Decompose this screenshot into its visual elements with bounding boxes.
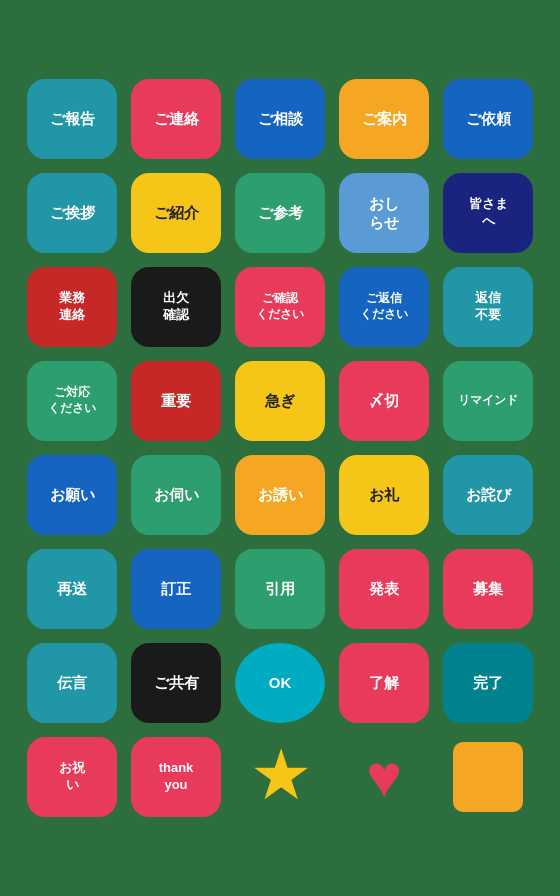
badge-label-thankyou: thank you	[159, 760, 194, 794]
badge-goirai[interactable]: ご依頼	[443, 79, 533, 159]
badge-label-gokakunin: ご確認 ください	[256, 291, 304, 322]
badge-label-gokyoyu: ご共有	[154, 673, 199, 693]
badge-shimekiri[interactable]: 〆切	[339, 361, 429, 441]
badge-hensinfuyo[interactable]: 返信 不要	[443, 267, 533, 347]
badge-label-hensinfuyo: 返信 不要	[475, 290, 501, 324]
badge-label-gorenraku: ご連絡	[154, 109, 199, 129]
badge-gyomuren[interactable]: 業務 連絡	[27, 267, 117, 347]
badge-gosankou[interactable]: ご参考	[235, 173, 325, 253]
badge-label-oukagai: お伺い	[154, 485, 199, 505]
badge-label-gotaio: ご対応 ください	[48, 385, 96, 416]
badge-label-shimekiri: 〆切	[369, 391, 399, 411]
badge-label-injou: 引用	[265, 579, 295, 599]
badge-label-gohensin: ご返信 ください	[360, 291, 408, 322]
badge-label-gohoukoku: ご報告	[50, 109, 95, 129]
badge-gorenraku[interactable]: ご連絡	[131, 79, 221, 159]
badge-label-oiwai: お祝 い	[59, 760, 85, 794]
badge-gotaio[interactable]: ご対応 ください	[27, 361, 117, 441]
badge-label-owabi: お詫び	[466, 485, 511, 505]
badge-oshirase[interactable]: おし らせ	[339, 173, 429, 253]
badge-onegai[interactable]: お願い	[27, 455, 117, 535]
badge-gohensin[interactable]: ご返信 ください	[339, 267, 429, 347]
star-icon: ★	[253, 747, 307, 807]
badge-label-goirai: ご依頼	[466, 109, 511, 129]
badge-gohoukoku[interactable]: ご報告	[27, 79, 117, 159]
badge-goshoukai[interactable]: ご紹介	[131, 173, 221, 253]
badge-label-boshuu: 募集	[473, 579, 503, 599]
badge-happyou[interactable]: 発表	[339, 549, 429, 629]
badge-ryoukai[interactable]: 了解	[339, 643, 429, 723]
badge-oiwai[interactable]: お祝 い	[27, 737, 117, 817]
badge-label-ok: OK	[269, 673, 292, 693]
badge-sasoi[interactable]: お誘い	[235, 455, 325, 535]
heart-icon: ♥	[366, 747, 402, 807]
badge-oukagai[interactable]: お伺い	[131, 455, 221, 535]
badge-label-orei: お礼	[369, 485, 399, 505]
badge-goannai[interactable]: ご案内	[339, 79, 429, 159]
badge-label-dengon: 伝言	[57, 673, 87, 693]
badge-label-gosankou: ご参考	[258, 203, 303, 223]
badge-owabi[interactable]: お詫び	[443, 455, 533, 535]
badge-label-ryoukai: 了解	[369, 673, 399, 693]
badge-heart[interactable]: ♥	[339, 737, 429, 817]
badge-boshuu[interactable]: 募集	[443, 549, 533, 629]
badge-label-kanryo: 完了	[473, 673, 503, 693]
badge-juyo[interactable]: 重要	[131, 361, 221, 441]
badge-label-saisou: 再送	[57, 579, 87, 599]
badge-orei[interactable]: お礼	[339, 455, 429, 535]
badge-dengon[interactable]: 伝言	[27, 643, 117, 723]
badge-saisou[interactable]: 再送	[27, 549, 117, 629]
badge-square[interactable]	[443, 737, 533, 817]
badge-label-gosoudan: ご相談	[258, 109, 303, 129]
badge-label-goaisatsu: ご挨拶	[50, 203, 95, 223]
badge-grid: ご報告ご連絡ご相談ご案内ご依頼ご挨拶ご紹介ご参考おし らせ皆さま へ業務 連絡出…	[7, 55, 553, 841]
badge-ok[interactable]: OK	[235, 643, 325, 723]
badge-label-happyou: 発表	[369, 579, 399, 599]
square-icon	[453, 742, 523, 812]
badge-label-oshirase: おし らせ	[369, 194, 399, 233]
badge-label-juyo: 重要	[161, 391, 191, 411]
badge-label-rimaindo: リマインド	[458, 393, 518, 409]
badge-label-sasoi: お誘い	[258, 485, 303, 505]
badge-rimaindo[interactable]: リマインド	[443, 361, 533, 441]
badge-label-minasama: 皆さま へ	[469, 196, 508, 230]
badge-label-teisei: 訂正	[161, 579, 191, 599]
badge-gosoudan[interactable]: ご相談	[235, 79, 325, 159]
badge-goaisatsu[interactable]: ご挨拶	[27, 173, 117, 253]
badge-kesseki[interactable]: 出欠 確認	[131, 267, 221, 347]
badge-teisei[interactable]: 訂正	[131, 549, 221, 629]
badge-label-goshoukai: ご紹介	[154, 203, 199, 223]
badge-label-onegai: お願い	[50, 485, 95, 505]
badge-injou[interactable]: 引用	[235, 549, 325, 629]
badge-isogi[interactable]: 急ぎ	[235, 361, 325, 441]
badge-kanryo[interactable]: 完了	[443, 643, 533, 723]
badge-gokyoyu[interactable]: ご共有	[131, 643, 221, 723]
badge-star[interactable]: ★	[235, 737, 325, 817]
badge-thankyou[interactable]: thank you	[131, 737, 221, 817]
badge-label-isogi: 急ぎ	[265, 391, 295, 411]
badge-gokakunin[interactable]: ご確認 ください	[235, 267, 325, 347]
badge-label-goannai: ご案内	[362, 109, 407, 129]
badge-minasama[interactable]: 皆さま へ	[443, 173, 533, 253]
badge-label-gyomuren: 業務 連絡	[59, 290, 85, 324]
badge-label-kesseki: 出欠 確認	[163, 290, 189, 324]
